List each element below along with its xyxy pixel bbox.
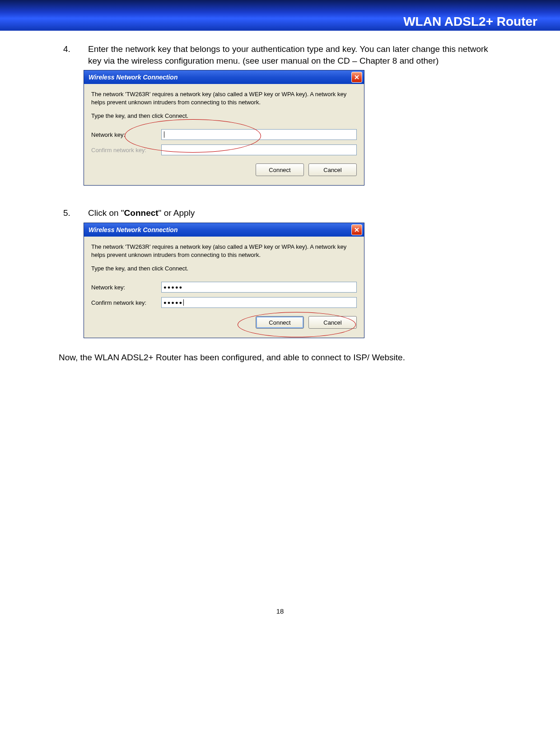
confirm-key-row: Confirm network key:	[91, 144, 357, 156]
connect-button-label: Connect	[269, 319, 290, 326]
text-caret	[183, 299, 184, 306]
confirm-key-input[interactable]	[161, 144, 357, 155]
network-key-value: ●●●●●	[163, 284, 183, 290]
step-text-prefix: Click on "	[88, 208, 124, 218]
page-header: WLAN ADSL2+ Router	[0, 0, 560, 31]
page-number: 18	[0, 598, 560, 628]
dialog-button-row: Connect Cancel	[91, 312, 357, 331]
network-key-label: Network key:	[91, 284, 161, 291]
dialog-body: The network 'TW263R' requires a network …	[84, 237, 364, 338]
close-button[interactable]	[351, 224, 362, 235]
cancel-button-label: Cancel	[323, 319, 341, 326]
step-4: 4. Enter the network key that belongs to…	[59, 43, 501, 66]
dialog-titlebar: Wireless Network Connection	[84, 70, 364, 84]
final-paragraph: Now, the WLAN ADSL2+ Router has been con…	[59, 352, 501, 363]
dialog-title: Wireless Network Connection	[89, 226, 177, 233]
dialog-instruction: Type the key, and then click Connect.	[91, 112, 357, 119]
network-key-row: Network key: ●●●●●	[91, 281, 357, 293]
close-icon	[354, 74, 359, 80]
dialog-titlebar: Wireless Network Connection	[84, 223, 364, 237]
network-key-row: Network key:	[91, 128, 357, 141]
connect-button[interactable]: Connect	[256, 163, 304, 176]
dialog-instruction: Type the key, and then click Connect.	[91, 265, 357, 272]
network-key-input[interactable]: ●●●●●	[161, 282, 357, 293]
dialog-button-row: Connect Cancel	[91, 159, 357, 179]
dialog-info-text: The network 'TW263R' requires a network …	[91, 243, 357, 259]
wireless-dialog-2: Wireless Network Connection The network …	[84, 223, 364, 338]
dialog-body: The network 'TW263R' requires a network …	[84, 84, 364, 185]
step-text: Click on "Connect" or Apply	[88, 207, 501, 219]
cancel-button[interactable]: Cancel	[308, 163, 357, 176]
cancel-button[interactable]: Cancel	[308, 316, 357, 329]
dialog-info-text: The network 'TW263R' requires a network …	[91, 90, 357, 106]
network-key-input[interactable]	[161, 129, 357, 140]
dialog-title: Wireless Network Connection	[89, 74, 177, 81]
step-text-suffix: " or Apply	[159, 208, 195, 218]
step-text: Enter the network key that belongs to yo…	[88, 43, 501, 66]
step-number: 5.	[59, 207, 88, 219]
confirm-key-label: Confirm network key:	[91, 147, 161, 154]
confirm-key-value: ●●●●●	[163, 300, 183, 305]
step-text-bold: Connect	[124, 208, 159, 218]
network-key-label: Network key:	[91, 131, 161, 138]
confirm-key-label: Confirm network key:	[91, 299, 161, 306]
cancel-button-label: Cancel	[323, 167, 341, 173]
connect-button[interactable]: Connect	[256, 316, 304, 329]
confirm-key-row: Confirm network key: ●●●●●	[91, 296, 357, 309]
connect-button-label: Connect	[269, 167, 290, 173]
confirm-key-input[interactable]: ●●●●●	[161, 297, 357, 308]
page-body: 4. Enter the network key that belongs to…	[0, 31, 560, 382]
close-button[interactable]	[351, 72, 362, 83]
header-title: WLAN ADSL2+ Router	[403, 14, 537, 29]
step-5: 5. Click on "Connect" or Apply	[59, 207, 501, 219]
step-number: 4.	[59, 43, 88, 66]
close-icon	[354, 227, 359, 233]
wireless-dialog-1: Wireless Network Connection The network …	[84, 70, 364, 186]
text-caret	[164, 131, 164, 138]
